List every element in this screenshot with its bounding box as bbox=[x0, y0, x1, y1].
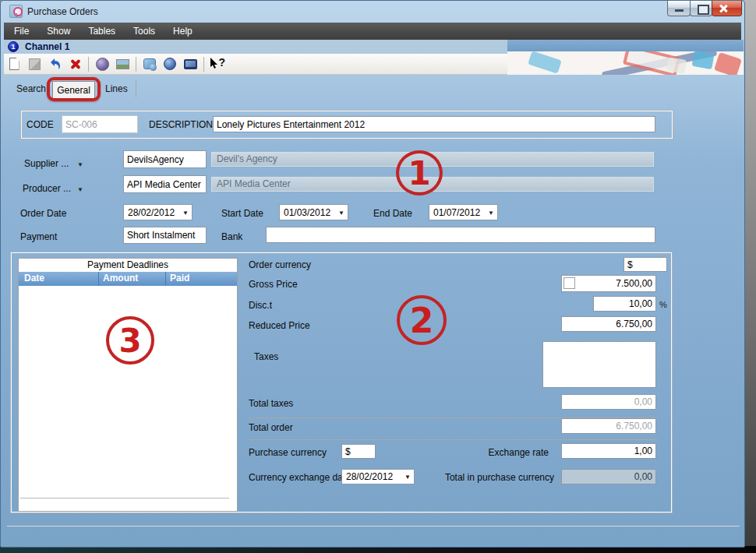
tab-lines[interactable]: Lines bbox=[101, 81, 132, 97]
column-header-date[interactable]: Date bbox=[19, 272, 98, 286]
end-date-label: End Date bbox=[373, 208, 412, 219]
menu-show[interactable]: Show bbox=[39, 23, 78, 39]
menu-tables[interactable]: Tables bbox=[80, 23, 123, 39]
gross-price-checkbox[interactable] bbox=[563, 277, 575, 289]
code-label: CODE bbox=[26, 119, 54, 130]
currency-exchange-date-dropdown-icon[interactable]: ▼ bbox=[404, 474, 411, 481]
order-date-dropdown-icon[interactable]: ▼ bbox=[182, 209, 189, 216]
bank-label: Bank bbox=[221, 231, 242, 242]
order-date-label: Order Date bbox=[20, 208, 66, 219]
total-taxes-field: 0,00 bbox=[561, 394, 656, 410]
title-bar[interactable]: Purchase Orders bbox=[1, 1, 744, 23]
payment-label: Payment bbox=[20, 231, 57, 242]
producer-code-input[interactable] bbox=[123, 175, 207, 193]
annotation-circle-3: 3 bbox=[106, 316, 154, 365]
delete-icon[interactable] bbox=[67, 56, 83, 72]
start-date-combo[interactable]: 01/03/2012 ▼ bbox=[279, 204, 348, 220]
gross-price-field[interactable]: 7.500,00 bbox=[561, 275, 656, 292]
save-icon[interactable] bbox=[26, 56, 42, 72]
tab-search[interactable]: Search bbox=[12, 81, 51, 97]
bank-input[interactable] bbox=[266, 227, 655, 243]
sphere-icon[interactable] bbox=[162, 56, 178, 72]
start-date-value: 01/03/2012 bbox=[284, 207, 330, 218]
close-button[interactable] bbox=[712, 1, 742, 16]
maximize-button[interactable] bbox=[690, 1, 712, 16]
supplier-label[interactable]: Supplier ... bbox=[24, 158, 69, 169]
order-currency-label: Order currency bbox=[249, 259, 311, 270]
start-date-label: Start Date bbox=[221, 208, 263, 219]
payment-input[interactable] bbox=[123, 227, 207, 244]
total-in-purchase-currency-field: 0,00 bbox=[561, 469, 656, 484]
toolbar-separator bbox=[136, 57, 136, 72]
order-date-combo[interactable]: 28/02/2012 ▼ bbox=[123, 204, 193, 220]
annotation-box-general-tab bbox=[47, 77, 101, 101]
total-order-field: 6.750,00 bbox=[561, 418, 656, 434]
status-bar-divider bbox=[7, 526, 740, 527]
app-icon bbox=[9, 5, 23, 18]
horizontal-scrollbar[interactable] bbox=[20, 498, 229, 498]
discount-percent-label: % bbox=[659, 300, 667, 309]
globe-icon[interactable] bbox=[94, 56, 110, 72]
exchange-rate-field[interactable]: 1,00 bbox=[561, 443, 656, 459]
picture-icon[interactable] bbox=[115, 56, 130, 72]
monitor-icon[interactable] bbox=[182, 56, 198, 72]
purchase-currency-label: Purchase currency bbox=[249, 447, 327, 458]
purchase-currency-input[interactable] bbox=[341, 444, 376, 459]
window-title: Purchase Orders bbox=[27, 6, 98, 17]
producer-dropdown-icon[interactable]: ▼ bbox=[77, 186, 83, 193]
supplier-code-input[interactable] bbox=[123, 150, 207, 168]
discount-label: Disc.t bbox=[249, 300, 272, 311]
end-date-combo[interactable]: 01/07/2012 ▼ bbox=[429, 204, 498, 220]
menu-help[interactable]: Help bbox=[165, 23, 200, 39]
payment-deadlines-grid: Payment Deadlines Date Amount Paid bbox=[18, 258, 238, 512]
column-header-paid[interactable]: Paid bbox=[165, 272, 237, 286]
order-date-value: 28/02/2012 bbox=[128, 207, 175, 218]
currency-exchange-date-combo[interactable]: 28/02/2012 ▼ bbox=[341, 469, 415, 484]
code-input[interactable] bbox=[62, 115, 138, 133]
purchase-orders-window: Purchase Orders File Show Tables Tools H… bbox=[0, 0, 745, 548]
reduced-price-field[interactable]: 6.750,00 bbox=[561, 316, 656, 332]
column-header-amount[interactable]: Amount bbox=[98, 272, 165, 286]
menu-bar: File Show Tables Tools Help bbox=[4, 23, 741, 40]
reduced-price-label: Reduced Price bbox=[249, 320, 310, 331]
divider bbox=[249, 439, 656, 440]
menu-file[interactable]: File bbox=[6, 23, 37, 39]
description-label: DESCRIPTION bbox=[149, 119, 213, 130]
gross-price-label: Gross Price bbox=[249, 279, 298, 290]
minimize-button[interactable] bbox=[667, 1, 691, 16]
payment-deadlines-title: Payment Deadlines bbox=[19, 259, 237, 272]
channel-badge-icon: 1 bbox=[8, 41, 19, 52]
annotation-circle-1: 1 bbox=[396, 150, 443, 195]
total-in-purchase-currency-label: Total in purchase currency bbox=[437, 472, 554, 483]
end-date-dropdown-icon[interactable]: ▼ bbox=[488, 209, 494, 216]
currency-exchange-date-label: Currency exchange date bbox=[249, 472, 351, 483]
toolbar-separator bbox=[88, 57, 89, 72]
channel-label: Channel 1 bbox=[25, 41, 69, 52]
decorative-artwork bbox=[507, 40, 744, 75]
menu-tools[interactable]: Tools bbox=[125, 23, 163, 39]
tab-separator bbox=[136, 79, 136, 97]
discount-field[interactable]: 10,00 bbox=[593, 296, 656, 312]
network-computer-icon[interactable] bbox=[142, 56, 157, 72]
producer-label[interactable]: Producer ... bbox=[23, 183, 71, 194]
start-date-dropdown-icon[interactable]: ▼ bbox=[338, 209, 344, 216]
description-input[interactable] bbox=[213, 116, 655, 132]
total-taxes-label: Total taxes bbox=[249, 398, 293, 409]
undo-icon[interactable] bbox=[47, 56, 62, 72]
end-date-value: 01/07/2012 bbox=[433, 207, 480, 218]
currency-exchange-date-value: 28/02/2012 bbox=[346, 471, 393, 482]
total-order-label: Total order bbox=[249, 422, 293, 433]
taxes-label: Taxes bbox=[254, 351, 278, 362]
help-pointer-icon[interactable]: ? bbox=[210, 57, 225, 71]
annotation-circle-2: 2 bbox=[397, 295, 447, 345]
order-currency-input[interactable] bbox=[624, 257, 667, 272]
exchange-rate-label: Exchange rate bbox=[475, 447, 549, 458]
supplier-dropdown-icon[interactable]: ▼ bbox=[77, 161, 83, 168]
toolbar-separator bbox=[203, 57, 204, 72]
taxes-listbox[interactable] bbox=[542, 341, 656, 388]
payment-deadlines-header: Date Amount Paid bbox=[19, 272, 237, 286]
new-document-icon[interactable] bbox=[6, 56, 22, 72]
